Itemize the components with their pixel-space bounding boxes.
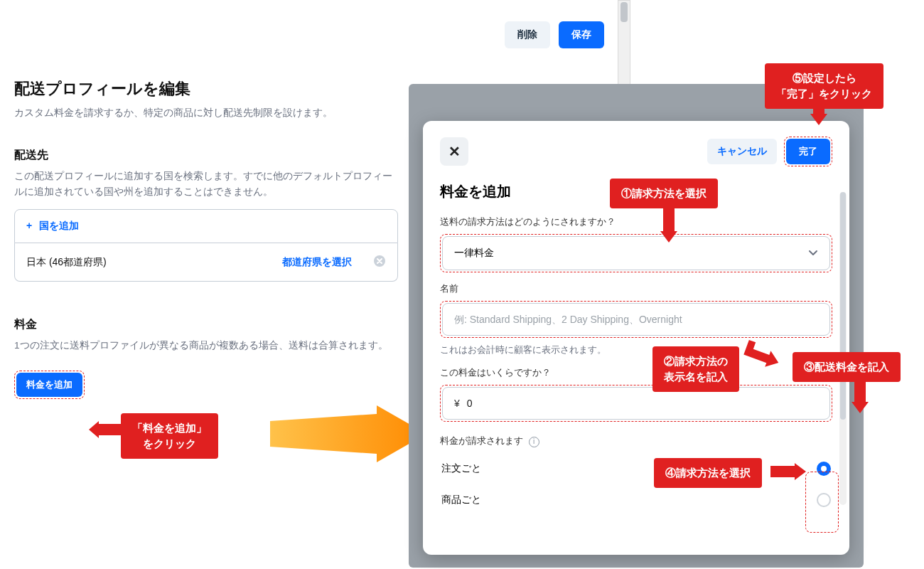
callout-add-rate: 「料金を追加」をクリック <box>121 413 218 459</box>
page-title: 配送プロフィールを編集 <box>14 78 398 100</box>
destination-heading: 配送先 <box>14 148 398 163</box>
modal-scrollbar-thumb[interactable] <box>840 192 846 420</box>
price-input[interactable] <box>467 398 818 409</box>
name-input[interactable] <box>454 314 818 325</box>
radio-per-item-row[interactable]: 商品ごと <box>440 484 832 516</box>
billing-method-value: 一律料金 <box>454 247 494 260</box>
arrow-4-icon <box>770 463 806 480</box>
name-input-wrap <box>442 303 830 336</box>
radio-per-item[interactable] <box>817 493 831 507</box>
done-button[interactable]: 完了 <box>786 139 830 164</box>
billing-method-label: 送料の請求方法はどのようにされますか？ <box>440 216 832 228</box>
country-name: 日本 (46都道府県) <box>26 256 107 269</box>
delete-button[interactable]: 削除 <box>505 21 550 48</box>
modal-scrollbar[interactable] <box>839 192 847 505</box>
rate-heading: 料金 <box>14 317 398 332</box>
radio-per-item-label: 商品ごと <box>441 494 481 506</box>
remove-country-icon[interactable] <box>373 255 386 270</box>
destination-desc: この配送プロフィールに追加する国を検索します。すでに他のデフォルトプロフィールに… <box>14 169 398 199</box>
add-country-label: 国を追加 <box>39 220 79 231</box>
select-prefectures-link[interactable]: 都道府県を選択 <box>282 256 352 269</box>
plus-icon: + <box>26 220 32 231</box>
callout-4: ④請求方法を選択 <box>654 458 762 488</box>
radio-per-order-label: 注文ごと <box>441 462 481 475</box>
svg-marker-1 <box>270 405 426 462</box>
billing-method-select[interactable]: 一律料金 <box>442 236 830 270</box>
add-rate-button[interactable]: 料金を追加 <box>16 373 82 397</box>
arrow-5-icon <box>810 97 827 125</box>
page-scrollbar[interactable] <box>618 0 630 92</box>
arrow-down-icon <box>660 207 677 243</box>
svg-marker-5 <box>770 463 806 480</box>
callout-2: ②請求方法の表示名を記入 <box>652 346 739 392</box>
radio-per-order[interactable] <box>817 462 831 476</box>
arrow-2-icon <box>742 339 780 369</box>
close-modal-button[interactable]: ✕ <box>440 137 468 166</box>
arrow-left-icon <box>89 421 122 438</box>
country-row: 日本 (46都道府県) 都道府県を選択 <box>14 243 398 282</box>
rate-desc: 1つの注文に送料プロファイルが異なる商品が複数ある場合、送料は合算されます。 <box>14 338 398 353</box>
svg-marker-6 <box>810 97 827 125</box>
left-panel: 配送プロフィールを編集 カスタム料金を請求するか、特定の商品に対し配送先制限を設… <box>0 0 412 413</box>
chevron-down-icon <box>808 248 818 260</box>
svg-marker-3 <box>660 207 677 243</box>
page-scrollbar-thumb[interactable] <box>621 2 628 22</box>
cancel-button[interactable]: キャンセル <box>707 139 777 164</box>
add-country-button[interactable]: + 国を追加 <box>14 209 398 243</box>
price-input-wrap: ¥ <box>442 387 830 420</box>
callout-3: ③配送料金を記入 <box>793 352 901 382</box>
orange-arrow-icon <box>270 405 426 462</box>
svg-marker-4 <box>852 379 869 413</box>
svg-marker-2 <box>89 421 122 438</box>
name-label: 名前 <box>440 282 832 295</box>
arrow-3-icon <box>852 379 869 413</box>
save-button[interactable]: 保存 <box>559 21 604 48</box>
close-icon: ✕ <box>448 143 461 160</box>
add-rate-highlight: 料金を追加 <box>14 371 85 399</box>
page-subtitle: カスタム料金を請求するか、特定の商品に対し配送先制限を設けます。 <box>14 107 398 119</box>
charge-label: 料金が請求されます i <box>440 435 832 447</box>
callout-1: ①請求方法を選択 <box>610 179 718 208</box>
price-currency: ¥ <box>454 398 460 409</box>
info-icon[interactable]: i <box>529 437 539 447</box>
